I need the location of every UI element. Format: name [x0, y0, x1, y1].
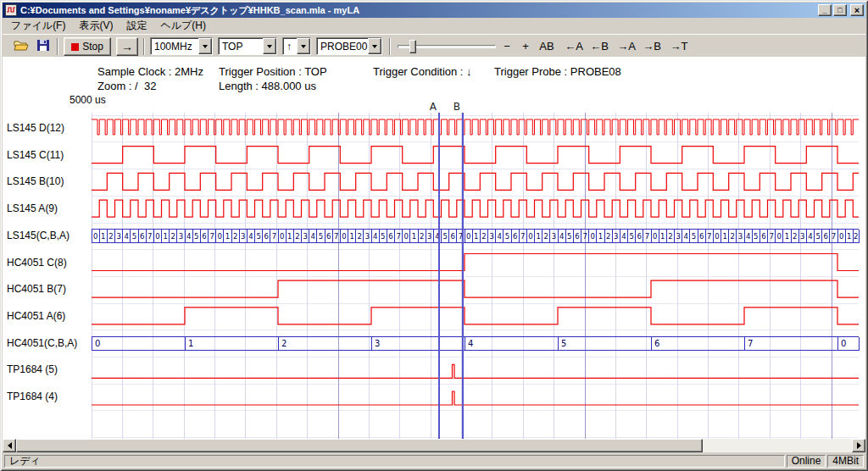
menu-settings[interactable]: 設定 [120, 17, 153, 35]
svg-text:1: 1 [225, 232, 230, 241]
svg-text:5: 5 [754, 232, 758, 241]
svg-text:5: 5 [442, 232, 447, 241]
svg-text:6: 6 [202, 232, 206, 241]
svg-text:4: 4 [186, 232, 191, 241]
svg-text:1: 1 [101, 232, 105, 241]
svg-text:6: 6 [824, 232, 828, 241]
svg-text:2: 2 [358, 232, 362, 241]
probe-value: PROBE00 [317, 38, 368, 54]
minimize-button[interactable]: _ [818, 4, 832, 16]
svg-text:0: 0 [841, 339, 846, 348]
status-online: Online [787, 455, 826, 468]
slider-thumb[interactable] [409, 40, 416, 53]
svg-text:7: 7 [769, 232, 773, 241]
svg-text:6: 6 [140, 232, 144, 241]
trigger-position-combo[interactable]: TOP [218, 37, 277, 55]
app-window: C:¥Documents and Settings¥noname¥デスクトップ¥… [0, 0, 868, 471]
svg-text:7: 7 [748, 339, 753, 348]
probe-dropdown-button[interactable] [368, 38, 381, 54]
app-icon [5, 4, 17, 16]
toolbar-separator [57, 38, 58, 55]
chevron-down-icon [267, 45, 272, 48]
sample-rate-combo[interactable]: 100MHz [150, 37, 213, 55]
length-info: Length : 488.000 us [219, 80, 316, 92]
stop-icon [71, 43, 79, 51]
open-file-button[interactable] [11, 37, 31, 56]
svg-text:2: 2 [606, 232, 610, 241]
trigger-position-dropdown-button[interactable] [263, 38, 276, 54]
maximize-button[interactable]: □ [833, 4, 847, 16]
statusbar: レディ Online 4MBit [3, 454, 865, 468]
scroll-left-icon [8, 442, 12, 449]
svg-text:0: 0 [280, 232, 284, 241]
client-area: Sample Clock : 2MHz Trigger Position : T… [3, 57, 865, 439]
svg-text:3: 3 [303, 232, 307, 241]
svg-text:3: 3 [614, 232, 618, 241]
svg-text:3: 3 [241, 232, 245, 241]
goto-b-fwd-button[interactable]: →B [640, 39, 664, 54]
svg-text:6: 6 [637, 232, 642, 241]
trigger-edge-combo[interactable]: ↑ [282, 37, 311, 55]
close-button[interactable]: × [850, 4, 864, 16]
zoom-in-button[interactable]: + [517, 39, 534, 54]
svg-text:4: 4 [746, 232, 750, 241]
svg-text:0: 0 [715, 232, 719, 241]
svg-text:1: 1 [660, 232, 665, 241]
svg-text:7: 7 [832, 232, 836, 241]
run-button[interactable]: → [116, 37, 138, 56]
status-ready: レディ [4, 455, 785, 468]
menu-file[interactable]: ファイル(F) [4, 17, 72, 35]
svg-text:3: 3 [179, 232, 183, 241]
status-memory: 4MBit [827, 455, 864, 468]
goto-trigger-button[interactable]: →T [667, 39, 691, 54]
scrollbar-thumb[interactable] [16, 439, 703, 452]
menu-help[interactable]: ヘルプ(H) [153, 17, 213, 35]
toolbar-separator [389, 38, 391, 55]
svg-text:5: 5 [194, 232, 198, 241]
svg-text:6: 6 [761, 232, 765, 241]
svg-text:3: 3 [116, 232, 120, 241]
probe-combo[interactable]: PROBE00 [316, 37, 382, 55]
svg-text:2: 2 [544, 232, 548, 241]
svg-text:0: 0 [95, 339, 100, 348]
ab-button[interactable]: AB [536, 39, 558, 54]
sample-clock-info: Sample Clock : 2MHz [97, 65, 203, 78]
svg-text:0: 0 [591, 232, 595, 241]
save-button[interactable] [33, 37, 53, 56]
goto-a-back-button[interactable]: ←A [562, 39, 586, 54]
svg-text:7: 7 [147, 232, 152, 241]
waveform-plot[interactable]: 0123456701234567012345670123456701234567… [3, 100, 865, 439]
svg-text:2: 2 [108, 232, 113, 241]
svg-text:0: 0 [528, 232, 532, 241]
goto-a-fwd-button[interactable]: →A [615, 39, 638, 54]
zoom-slider[interactable] [398, 40, 496, 53]
svg-text:1: 1 [287, 232, 292, 241]
trigger-edge-value: ↑ [283, 38, 297, 54]
trigger-edge-dropdown-button[interactable] [297, 38, 310, 54]
svg-text:1: 1 [163, 232, 167, 241]
svg-text:1: 1 [188, 339, 193, 348]
scroll-right-button[interactable] [852, 439, 865, 452]
horizontal-scrollbar[interactable] [3, 439, 865, 452]
scroll-left-button[interactable] [3, 439, 16, 452]
toolbar-separator [143, 38, 145, 55]
svg-text:4: 4 [808, 232, 812, 241]
svg-text:1: 1 [412, 232, 416, 241]
titlebar[interactable]: C:¥Documents and Settings¥noname¥デスクトップ¥… [3, 3, 865, 18]
menu-view[interactable]: 表示(V) [72, 17, 120, 35]
svg-text:0: 0 [839, 232, 843, 241]
svg-text:3: 3 [375, 339, 380, 348]
goto-b-back-button[interactable]: ←B [587, 39, 611, 54]
svg-text:3: 3 [365, 232, 370, 241]
svg-text:5: 5 [815, 232, 820, 241]
zoom-out-button[interactable]: − [498, 39, 515, 54]
svg-text:2: 2 [481, 232, 486, 241]
svg-text:3: 3 [738, 232, 743, 241]
trigger-position-value: TOP [219, 38, 263, 54]
menubar: ファイル(F) 表示(V) 設定 ヘルプ(H) [3, 18, 865, 34]
svg-text:2: 2 [668, 232, 672, 241]
sample-rate-dropdown-button[interactable] [198, 38, 212, 54]
sample-rate-value: 100MHz [151, 38, 198, 54]
svg-text:4: 4 [559, 232, 564, 241]
stop-button[interactable]: Stop [64, 37, 111, 56]
